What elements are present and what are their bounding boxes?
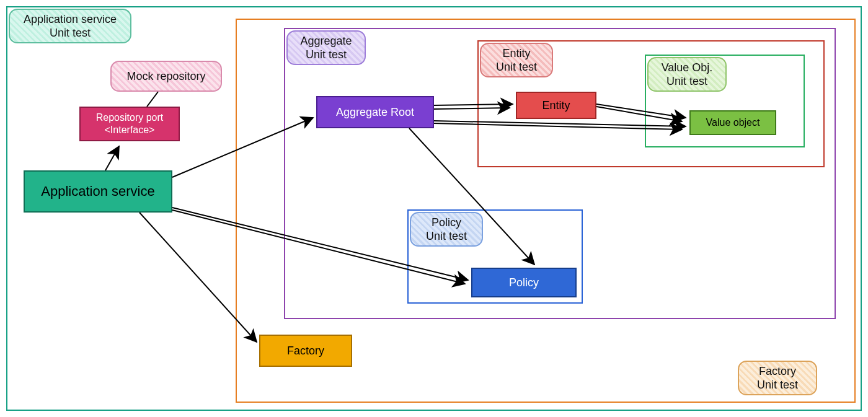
- edge-aggregate-policy: [409, 128, 534, 265]
- edge-repoport-mockrepo: [147, 92, 158, 107]
- arrows-layer: [0, 0, 868, 417]
- edge-appservice-repoport: [105, 146, 119, 170]
- edge-appservice-policy-b: [172, 210, 465, 284]
- edge-appservice-factory: [140, 213, 257, 342]
- edge-appservice-policy: [172, 208, 468, 280]
- edge-entity-value: [596, 104, 686, 118]
- edge-aggregate-entity: [434, 104, 513, 105]
- edge-entity-value-b: [596, 107, 682, 121]
- edge-appservice-aggregate: [172, 118, 313, 177]
- edge-aggregate-value-b: [434, 123, 682, 129]
- edge-aggregate-value: [434, 121, 686, 126]
- edge-aggregate-entity-b: [434, 108, 510, 109]
